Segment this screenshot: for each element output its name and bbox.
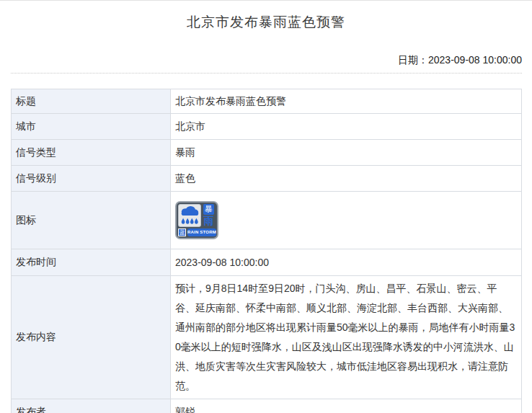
publish-date-line: 日期：2023-09-08 10:00:00: [0, 54, 522, 67]
warning-type-chars: 暴 雨: [201, 204, 216, 227]
icon-label-cell: 图标: [12, 192, 171, 249]
date-value: 2023-09-08 10:00:00: [428, 54, 522, 66]
city-label-cell: 城市: [12, 114, 171, 140]
signal-type-value-cell: 暴雨: [171, 140, 522, 166]
warning-level-badge: 蓝: [178, 228, 186, 236]
warning-en-label: RAIN STORM: [187, 228, 216, 236]
publish-time-row: 发布时间 2023-09-08 10:00:00: [12, 249, 522, 276]
warning-detail-page: 北京市发布暴雨蓝色预警 日期：2023-09-08 10:00:00 标题 北京…: [0, 1, 532, 413]
icon-row: 图标: [12, 192, 522, 249]
publisher-row: 发布者 郭锐: [12, 399, 522, 413]
dotted-separator: [11, 73, 522, 74]
content-row: 发布内容 预计，9月8日14时至9日20时，门头沟、房山、昌平、石景山、密云、平…: [12, 276, 522, 399]
signal-level-label-cell: 信号级别: [12, 166, 171, 192]
title-row: 标题 北京市发布暴雨蓝色预警: [12, 89, 522, 114]
publish-time-value-cell: 2023-09-08 10:00:00: [171, 249, 522, 276]
publisher-value-cell: 郭锐: [171, 399, 522, 413]
city-row: 城市 北京市: [12, 114, 522, 140]
city-value-cell: 北京市: [171, 114, 522, 140]
warning-icon-top: 暴 雨: [178, 204, 216, 227]
content-label-cell: 发布内容: [12, 276, 171, 399]
publish-time-label-cell: 发布时间: [12, 249, 171, 276]
signal-level-value-cell: 蓝色: [171, 166, 522, 192]
title-label-cell: 标题: [12, 89, 171, 114]
signal-type-row: 信号类型 暴雨: [12, 140, 522, 166]
signal-level-row: 信号级别 蓝色: [12, 166, 522, 192]
icon-value-cell: 暴 雨 蓝 RAIN STORM: [171, 192, 522, 249]
rain-cloud-icon: [178, 204, 201, 227]
date-label: 日期：: [398, 54, 428, 66]
warning-char-bottom: 雨: [204, 215, 214, 226]
warning-detail-table: 标题 北京市发布暴雨蓝色预警 城市 北京市 信号类型 暴雨 信号级别 蓝色 图标: [11, 89, 522, 413]
title-value-cell: 北京市发布暴雨蓝色预警: [171, 89, 522, 114]
signal-type-label-cell: 信号类型: [12, 140, 171, 166]
warning-icon-bottom: 蓝 RAIN STORM: [178, 228, 216, 236]
rainstorm-blue-warning-icon: 暴 雨 蓝 RAIN STORM: [175, 201, 218, 239]
content-value-cell: 预计，9月8日14时至9日20时，门头沟、房山、昌平、石景山、密云、平谷、延庆南…: [171, 276, 522, 399]
page-title: 北京市发布暴雨蓝色预警: [0, 1, 532, 32]
publisher-label-cell: 发布者: [12, 399, 171, 413]
warning-char-top: 暴: [203, 204, 214, 215]
